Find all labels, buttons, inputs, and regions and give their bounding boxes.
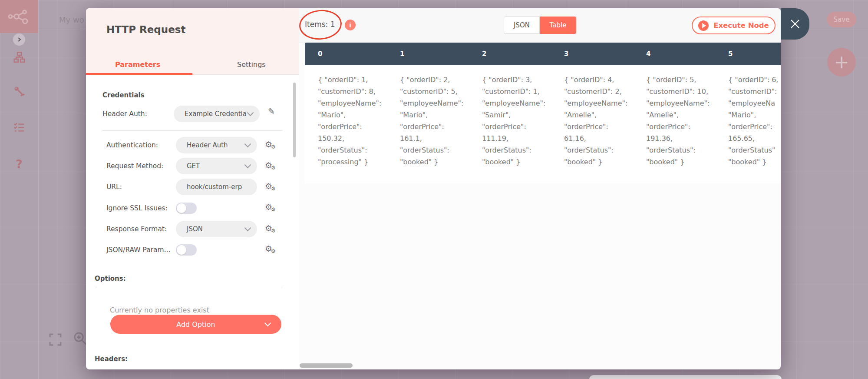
response-format-value: JSON — [187, 225, 203, 233]
node-settings-header: HTTP Request Parameters Settings — [86, 8, 299, 74]
sidebar-item-help[interactable]: ? — [0, 157, 38, 171]
gear-icon[interactable]: ⚙⚙ — [265, 203, 277, 216]
column-header: 3 — [551, 43, 633, 65]
sidebar-item-executions[interactable] — [0, 122, 38, 133]
close-icon — [789, 18, 801, 30]
chevron-down-icon — [264, 320, 271, 327]
credential-select[interactable]: Example Credentia — [174, 106, 260, 122]
options-section-label: Options: — [95, 275, 126, 283]
response-format-select[interactable]: JSON — [176, 221, 257, 237]
sidebar: ? — [0, 0, 39, 379]
n8n-logo[interactable] — [0, 0, 38, 33]
credentials-section-label: Credentials — [102, 91, 145, 99]
output-horizontal-scrollbar[interactable] — [300, 363, 353, 368]
node-settings-panel: HTTP Request Parameters Settings Credent… — [86, 8, 299, 369]
node-details-modal: HTTP Request Parameters Settings Credent… — [86, 8, 781, 369]
gear-icon[interactable]: ⚙⚙ — [265, 245, 277, 257]
gear-icon[interactable]: ⚙⚙ — [265, 225, 277, 237]
headers-section-label: Headers: — [95, 355, 128, 363]
divider — [102, 130, 282, 131]
authentication-select[interactable]: Header Auth — [176, 137, 257, 153]
credential-select-value: Example Credentia — [185, 110, 247, 118]
chevron-down-icon — [244, 162, 251, 169]
json-raw-toggle[interactable] — [176, 244, 197, 256]
left-panel-scrollbar[interactable] — [293, 83, 296, 157]
column-header: 5 — [715, 43, 781, 65]
chevron-down-icon — [247, 110, 254, 116]
edit-credential-icon[interactable]: ✎ — [268, 106, 275, 116]
toggle-knob — [177, 245, 186, 255]
gear-icon[interactable]: ⚙⚙ — [265, 162, 277, 174]
divider — [95, 288, 282, 288]
column-header: 1 — [387, 43, 469, 65]
add-node-button[interactable]: + — [827, 48, 856, 76]
sidebar-item-workflows[interactable] — [0, 51, 38, 63]
add-option-label: Add Option — [176, 320, 215, 329]
node-title: HTTP Request — [106, 24, 185, 35]
toggle-knob — [177, 203, 186, 213]
table-cell: { "orderID": 3, "customerID": 1, "employ… — [469, 65, 551, 183]
execute-node-label: Execute Node — [713, 21, 769, 30]
tab-parameters[interactable]: Parameters — [115, 60, 160, 69]
execute-node-button[interactable]: Execute Node — [692, 17, 776, 34]
add-option-button[interactable]: Add Option — [110, 315, 281, 334]
active-tab-underline — [86, 73, 192, 75]
options-empty-text: Currently no properties exist — [110, 306, 209, 314]
view-toggle-json[interactable]: JSON — [504, 17, 540, 34]
field-label-request-method: Request Method: — [106, 162, 163, 170]
close-modal-button[interactable] — [781, 8, 809, 40]
output-table-header: 0 1 2 3 4 5 — [305, 43, 781, 65]
field-label-ignore-ssl: Ignore SSL Issues: — [106, 204, 168, 212]
info-icon[interactable]: i — [345, 20, 356, 30]
chevron-right-icon — [16, 37, 22, 43]
workflows-icon — [13, 51, 25, 63]
play-icon — [698, 20, 709, 31]
request-method-select[interactable]: GET — [176, 158, 257, 174]
field-label-authentication: Authentication: — [106, 141, 158, 149]
field-label-response-format: Response Format: — [106, 225, 167, 233]
help-icon: ? — [16, 157, 23, 171]
view-toggle-table[interactable]: Table — [540, 17, 576, 34]
bottom-popup — [589, 375, 782, 379]
field-label-url: URL: — [106, 183, 122, 191]
chevron-down-icon — [244, 225, 251, 232]
output-panel: Items: 1 i JSON Table Execute Node 0 1 2… — [299, 8, 781, 369]
app-screen: My wo — [0, 0, 868, 379]
expand-icon — [49, 333, 62, 346]
ignore-ssl-toggle[interactable] — [176, 203, 197, 214]
column-header: 2 — [469, 43, 551, 65]
request-method-value: GET — [187, 162, 200, 170]
column-header: 4 — [633, 43, 715, 65]
gear-icon[interactable]: ⚙⚙ — [265, 141, 277, 153]
zoom-in-icon — [73, 331, 88, 346]
workflow-title: My wo — [59, 15, 84, 24]
table-cell: { "orderID": 2, "customerID": 5, "employ… — [387, 65, 469, 183]
table-cell: { "orderID": 1, "customerID": 8, "employ… — [305, 65, 387, 183]
sidebar-collapse-button[interactable] — [13, 33, 25, 46]
n8n-logo-icon — [8, 8, 30, 25]
zoom-in-button[interactable] — [73, 331, 88, 346]
credential-field-label: Header Auth: — [102, 110, 147, 118]
field-label-json-raw: JSON/RAW Param... — [106, 246, 170, 254]
save-button[interactable]: Save — [827, 12, 856, 27]
key-icon — [13, 85, 25, 97]
table-cell: { "orderID": 4, "customerID": 2, "employ… — [551, 65, 633, 183]
sidebar-item-credentials[interactable] — [0, 85, 38, 97]
items-count: Items: 1 — [305, 20, 335, 29]
output-header: Items: 1 i JSON Table Execute Node — [299, 8, 781, 43]
chevron-down-icon — [244, 141, 251, 148]
tab-settings[interactable]: Settings — [237, 60, 266, 69]
table-cell: { "orderID": 6, "customerID": "employeeN… — [715, 65, 781, 183]
gear-icon[interactable]: ⚙⚙ — [265, 183, 277, 195]
authentication-value: Header Auth — [187, 141, 228, 149]
table-cell: { "orderID": 5, "customerID": 10, "emplo… — [633, 65, 715, 183]
executions-list-icon — [13, 122, 25, 133]
zoom-to-fit-button[interactable] — [49, 333, 62, 346]
url-input[interactable]: hook/custom-erp — [176, 179, 257, 195]
output-table-row: { "orderID": 1, "customerID": 8, "employ… — [305, 65, 781, 183]
column-header: 0 — [305, 43, 387, 65]
url-value: hook/custom-erp — [187, 183, 242, 191]
